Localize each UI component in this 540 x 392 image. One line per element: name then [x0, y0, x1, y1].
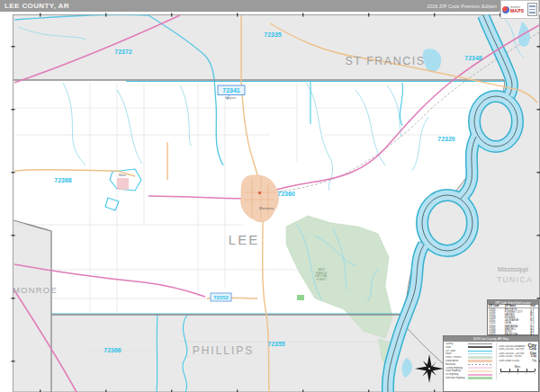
marketmaps-logo: market MAPS: [500, 0, 539, 19]
legend-symbols: County State ZIP Code Water Parks / Fore…: [446, 343, 496, 380]
map-sheet: { "page": { "title": "LEE COUNTY, AR", "…: [0, 0, 540, 392]
county-label-st-francis: ST FRANCIS: [345, 55, 425, 67]
logo-contact-box: [527, 3, 537, 16]
map-legend-box: 2026 Lee County, AR Map County State ZIP…: [443, 335, 539, 392]
zip-label-72372: 72372: [114, 49, 132, 55]
map-canvas: ST FRANCIS LEE MONROE PHILLIPS TUNICA Mi…: [0, 0, 540, 392]
state-label-mississippi: Mississippi: [498, 266, 528, 273]
county-label-tunica: TUNICA: [497, 275, 533, 284]
logo-brand-bottom: MAPS: [510, 10, 527, 13]
legend-city-row: Cities Under 50,000City: [499, 359, 536, 363]
legend-city-row: Cities 50,000 - 99,999City: [499, 354, 536, 359]
scale-bar: Miles 01234: [499, 365, 536, 376]
town-label-haynes: Haynes: [225, 96, 236, 100]
globe-icon: [502, 6, 509, 13]
town-label-moro: Moro: [119, 174, 126, 177]
zip-label-72360: 72360: [277, 191, 295, 197]
zip-label-72341: 72341: [222, 87, 240, 94]
town-label-marianna: Marianna: [259, 207, 274, 210]
zip-label-72366: 72366: [104, 347, 122, 353]
park-marker: [297, 295, 304, 300]
moro-urban-area: [117, 178, 129, 190]
county-label-lee: LEE: [229, 232, 259, 247]
county-label-monroe: MONROE: [13, 285, 58, 295]
legend-item: Interstate Highway: [446, 377, 496, 380]
svg-text:FOREST: FOREST: [316, 278, 327, 281]
zip-label-72352: 72352: [213, 295, 229, 300]
zip-label-72368: 72368: [54, 177, 72, 183]
zip-index-table: ZIP Code ZIP Name Grid 72320BRICKEYSC-2 …: [488, 305, 538, 336]
county-label-phillips: PHILLIPS: [193, 344, 255, 357]
zip-label-72355: 72355: [267, 341, 285, 347]
zip-label-72320: 72320: [437, 136, 455, 142]
zip-label-72348: 72348: [464, 55, 482, 61]
zip-index-box: ZIP Code Index/Grid Locator ZIP Code ZIP…: [487, 299, 539, 335]
scale-miles-label: Miles: [499, 365, 536, 369]
zip-label-72335: 72335: [264, 31, 282, 38]
legend-cities: Cities 500,000 and AboveCity Cities 250,…: [496, 343, 536, 380]
